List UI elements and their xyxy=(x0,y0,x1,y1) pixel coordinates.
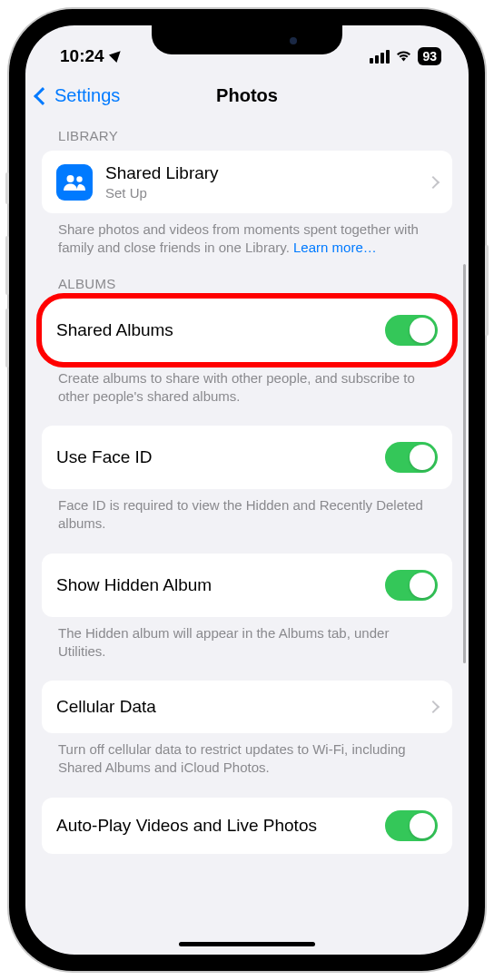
library-footer: Share photos and videos from moments spe… xyxy=(42,213,452,258)
use-face-id-footer: Face ID is required to view the Hidden a… xyxy=(42,489,452,534)
show-hidden-cell[interactable]: Show Hidden Album xyxy=(42,554,452,617)
shared-library-title: Shared Library xyxy=(105,163,416,183)
nav-bar: Settings Photos xyxy=(25,76,469,119)
location-icon xyxy=(109,47,124,63)
power-button xyxy=(485,245,489,336)
back-label: Settings xyxy=(54,85,120,106)
chevron-right-icon xyxy=(427,701,440,713)
silent-switch xyxy=(5,172,9,204)
autoplay-cell[interactable]: Auto-Play Videos and Live Photos xyxy=(42,798,452,854)
shared-library-icon xyxy=(56,164,93,201)
use-face-id-toggle[interactable] xyxy=(385,442,438,473)
shared-albums-toggle[interactable] xyxy=(385,315,438,346)
screen: 10:24 93 Settings Photos LIBRAR xyxy=(25,25,469,955)
show-hidden-toggle[interactable] xyxy=(385,570,438,601)
cellular-data-cell[interactable]: Cellular Data xyxy=(42,681,452,733)
autoplay-title: Auto-Play Videos and Live Photos xyxy=(56,815,372,837)
page-title: Photos xyxy=(216,85,278,106)
wifi-icon xyxy=(395,47,412,66)
cellular-data-footer: Turn off cellular data to restrict updat… xyxy=(42,733,452,778)
home-indicator[interactable] xyxy=(179,942,315,946)
chevron-right-icon xyxy=(427,175,440,188)
show-hidden-title: Show Hidden Album xyxy=(56,575,372,595)
iphone-frame: 10:24 93 Settings Photos LIBRAR xyxy=(9,9,485,971)
use-face-id-title: Use Face ID xyxy=(56,447,372,467)
use-face-id-cell[interactable]: Use Face ID xyxy=(42,426,452,489)
shared-library-subtitle: Set Up xyxy=(105,185,416,201)
content-scroll[interactable]: LIBRARY Shared Library Set Up Sh xyxy=(25,119,469,955)
notch xyxy=(152,25,342,54)
back-button[interactable]: Settings xyxy=(36,85,120,106)
shared-albums-footer: Create albums to share with other people… xyxy=(42,362,452,407)
shared-albums-cell[interactable]: Shared Albums xyxy=(42,299,452,362)
cellular-data-title: Cellular Data xyxy=(56,697,416,717)
library-section-header: LIBRARY xyxy=(42,119,452,151)
learn-more-link[interactable]: Learn more… xyxy=(293,240,377,255)
shared-albums-title: Shared Albums xyxy=(56,320,372,340)
chevron-left-icon xyxy=(34,87,52,105)
svg-point-0 xyxy=(67,175,74,182)
shared-library-text: Shared Library Set Up xyxy=(105,163,416,201)
shared-library-cell[interactable]: Shared Library Set Up xyxy=(42,151,452,213)
status-right: 93 xyxy=(370,47,441,66)
status-time: 10:24 xyxy=(60,46,104,66)
people-icon xyxy=(63,173,86,191)
status-left: 10:24 xyxy=(60,46,121,66)
signal-icon xyxy=(370,50,390,64)
scroll-indicator[interactable] xyxy=(463,264,466,663)
volume-up-button xyxy=(5,236,9,295)
battery-badge: 93 xyxy=(418,47,441,65)
svg-point-1 xyxy=(76,176,82,181)
albums-section-header: ALBUMS xyxy=(42,258,452,299)
autoplay-toggle[interactable] xyxy=(385,810,438,841)
volume-down-button xyxy=(5,309,9,368)
highlight-ring: Shared Albums xyxy=(42,299,452,362)
show-hidden-footer: The Hidden album will appear in the Albu… xyxy=(42,617,452,662)
